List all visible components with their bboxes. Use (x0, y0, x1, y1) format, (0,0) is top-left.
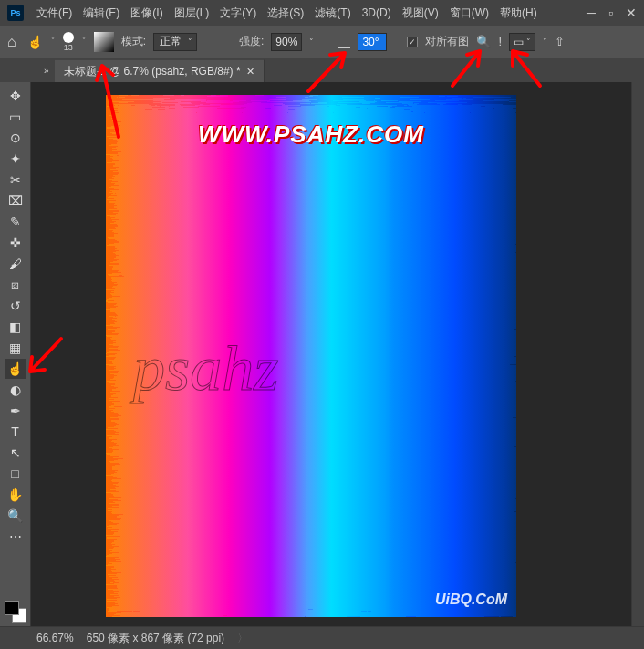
tool-stamp[interactable]: ⧇ (5, 275, 26, 295)
tool-eyedropper[interactable]: ✎ (5, 212, 26, 232)
canvas-content: WWW.PSAHZ.COM psahz UiBQ.CoM (106, 95, 516, 617)
mode-value: 正常 (160, 34, 182, 49)
doc-dimensions: 650 像素 x 867 像素 (72 ppi) (87, 631, 224, 646)
brush-panel-icon[interactable] (94, 32, 114, 52)
sample-all-layers-label: 对所有图 (425, 34, 469, 49)
menu-image[interactable]: 图像(I) (125, 5, 168, 21)
pressure-icon[interactable]: ! (498, 35, 502, 48)
tab-close-icon[interactable]: ✕ (246, 66, 254, 78)
tool-eraser[interactable]: ◧ (5, 317, 26, 337)
canvas-area[interactable]: WWW.PSAHZ.COM psahz UiBQ.CoM (31, 82, 631, 626)
brush-dot-icon (63, 32, 74, 43)
document-canvas[interactable]: WWW.PSAHZ.COM psahz UiBQ.CoM (106, 95, 516, 617)
tool-rectangle[interactable]: □ (5, 464, 26, 484)
status-bar: 66.67% 650 像素 x 867 像素 (72 ppi) 〉 (0, 626, 644, 649)
tool-smudge[interactable]: ☝ (5, 359, 26, 379)
strength-input[interactable]: 90% (271, 33, 302, 51)
current-tool-icon[interactable]: ☝ (27, 35, 43, 49)
workspace-caret-icon[interactable]: ˅ (543, 37, 547, 47)
home-icon[interactable]: ⌂ (7, 34, 16, 50)
tool-path-select[interactable]: ↖ (5, 443, 26, 463)
panel-expand-icon[interactable]: » (44, 66, 55, 77)
strength-label: 强度: (239, 34, 264, 49)
workspace-dropdown[interactable]: ▭ (509, 33, 535, 51)
strength-caret-icon[interactable]: ˅ (309, 37, 314, 47)
menu-select[interactable]: 选择(S) (262, 5, 309, 21)
tool-pen[interactable]: ✒ (5, 401, 26, 421)
tool-healing[interactable]: ✜ (5, 233, 26, 253)
tool-lasso[interactable]: ⊙ (5, 128, 26, 148)
tool-type[interactable]: T (5, 422, 26, 442)
document-tab-title: 未标题-1 @ 6.7% (psahz, RGB/8#) * (64, 64, 241, 79)
mode-dropdown[interactable]: 正常 (153, 33, 197, 51)
color-swatches (5, 601, 26, 623)
tool-marquee[interactable]: ▭ (5, 107, 26, 127)
close-button[interactable]: ✕ (626, 5, 637, 20)
angle-icon (338, 36, 350, 48)
share-icon[interactable]: ⇧ (555, 35, 565, 48)
maximize-button[interactable]: ▫ (608, 5, 613, 20)
tool-hand[interactable]: ✋ (5, 485, 26, 505)
tool-brush[interactable]: 🖌 (5, 254, 26, 274)
menu-layer[interactable]: 图层(L) (169, 5, 215, 21)
tool-edit-toolbar[interactable]: ⋯ (5, 527, 26, 547)
menu-view[interactable]: 视图(V) (397, 5, 444, 21)
tool-palette: ✥▭⊙✦✂⌧✎✜🖌⧇↺◧▦☝◐✒T↖□✋🔍⋯ (0, 82, 31, 626)
options-bar: ⌂ ☝ ˅ 13 ˅ 模式: 正常 强度: 90% ˅ 30° 对所有图 🔍 !… (0, 26, 644, 58)
tool-crop[interactable]: ✂ (5, 170, 26, 190)
menu-help[interactable]: 帮助(H) (494, 5, 543, 21)
tool-history-brush[interactable]: ↺ (5, 296, 26, 316)
status-caret-icon[interactable]: 〉 (237, 631, 248, 646)
brush-size-value: 13 (64, 43, 73, 52)
menu-3d[interactable]: 3D(D) (357, 6, 397, 19)
tool-zoom[interactable]: 🔍 (5, 506, 26, 526)
tool-magic-wand[interactable]: ✦ (5, 149, 26, 169)
menu-filter[interactable]: 滤镜(T) (309, 5, 356, 21)
menu-type[interactable]: 文字(Y) (214, 5, 262, 21)
menubar: Ps 文件(F) 编辑(E) 图像(I) 图层(L) 文字(Y) 选择(S) 滤… (0, 0, 644, 26)
minimize-button[interactable]: ─ (587, 5, 596, 20)
app-logo-icon: Ps (7, 5, 24, 21)
brush-preset-picker[interactable]: 13 (63, 32, 74, 52)
watermark-text: WWW.PSAHZ.COM (106, 120, 516, 149)
right-panel-collapsed[interactable] (631, 82, 644, 626)
document-tab[interactable]: 未标题-1 @ 6.7% (psahz, RGB/8#) * ✕ (55, 59, 265, 82)
path-text: psahz (133, 332, 278, 405)
tool-move[interactable]: ✥ (5, 86, 26, 106)
angle-input[interactable]: 30° (358, 33, 387, 51)
menu-file[interactable]: 文件(F) (31, 5, 78, 21)
mode-label: 模式: (121, 34, 146, 49)
sample-all-layers-checkbox[interactable] (407, 37, 418, 47)
angle-value: 30° (362, 36, 379, 48)
zoom-value[interactable]: 66.67% (36, 632, 74, 644)
foreground-color-swatch[interactable] (5, 601, 19, 615)
search-icon[interactable]: 🔍 (476, 35, 491, 48)
strength-value: 90% (275, 36, 297, 48)
workspace-icon: ▭ (514, 36, 524, 48)
workspace: ✥▭⊙✦✂⌧✎✜🖌⧇↺◧▦☝◐✒T↖□✋🔍⋯ WWW.PSAHZ.COM psa… (0, 82, 644, 626)
menu-edit[interactable]: 编辑(E) (78, 5, 125, 21)
menu-window[interactable]: 窗口(W) (444, 5, 494, 21)
tab-bar: » 未标题-1 @ 6.7% (psahz, RGB/8#) * ✕ (0, 58, 644, 82)
tool-gradient[interactable]: ▦ (5, 338, 26, 358)
tool-dodge[interactable]: ◐ (5, 380, 26, 400)
corner-watermark: UiBQ.CoM (435, 591, 507, 608)
tool-frame[interactable]: ⌧ (5, 191, 26, 211)
